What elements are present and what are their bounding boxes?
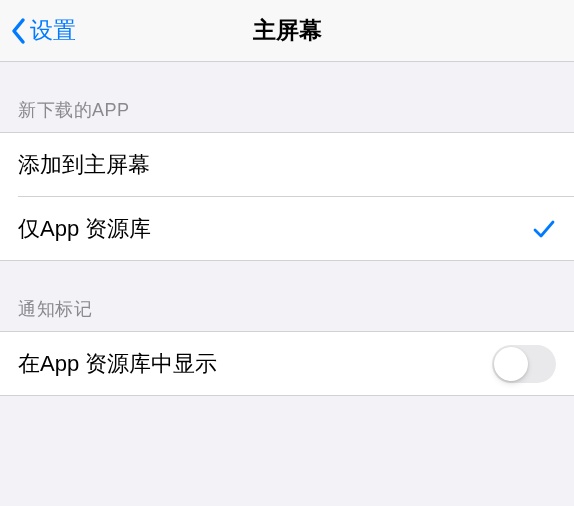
back-button[interactable]: 设置 [0,15,76,46]
option-label: 仅App 资源库 [18,214,151,244]
page-title: 主屏幕 [0,15,574,46]
row-show-in-library: 在App 资源库中显示 [0,332,574,395]
section-header-new-apps: 新下载的APP [0,62,574,132]
badges-group: 在App 资源库中显示 [0,331,574,396]
checkmark-icon [532,217,556,241]
option-add-to-home[interactable]: 添加到主屏幕 [0,133,574,196]
option-app-library-only[interactable]: 仅App 资源库 [0,197,574,260]
row-label: 在App 资源库中显示 [18,349,217,379]
section-header-badges: 通知标记 [0,261,574,331]
toggle-knob [494,347,528,381]
toggle-show-in-library[interactable] [492,345,556,383]
back-label: 设置 [30,15,76,46]
option-label: 添加到主屏幕 [18,150,150,180]
new-apps-group: 添加到主屏幕 仅App 资源库 [0,132,574,261]
navigation-bar: 设置 主屏幕 [0,0,574,62]
chevron-left-icon [10,17,28,45]
